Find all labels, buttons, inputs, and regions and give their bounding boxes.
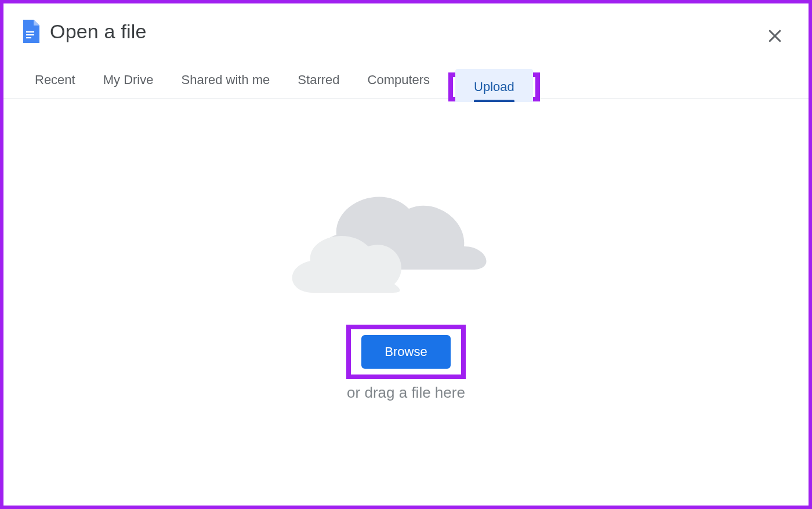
tab-recent[interactable]: Recent: [21, 63, 89, 98]
drag-hint-text: or drag a file here: [347, 384, 465, 402]
annotation-highlight-browse: Browse: [346, 325, 465, 379]
dialog-header: Open a file: [3, 3, 809, 52]
tab-upload[interactable]: Upload: [455, 69, 533, 102]
tab-shared-with-me[interactable]: Shared with me: [168, 63, 284, 98]
annotation-highlight-upload: Upload: [448, 72, 540, 101]
close-button[interactable]: [764, 27, 785, 48]
tab-computers[interactable]: Computers: [354, 63, 444, 98]
tabs-row: Recent My Drive Shared with me Starred C…: [3, 52, 809, 99]
svg-rect-2: [26, 37, 31, 38]
upload-panel: Browse or drag a file here: [3, 99, 809, 402]
browse-button[interactable]: Browse: [361, 335, 450, 369]
svg-rect-1: [26, 34, 34, 35]
svg-rect-0: [26, 31, 34, 32]
docs-icon: [21, 20, 39, 43]
tab-upload-annotation: Upload: [448, 69, 540, 98]
tab-starred[interactable]: Starred: [284, 63, 353, 98]
close-icon: [766, 27, 784, 47]
dialog-title: Open a file: [50, 20, 147, 43]
cloud-illustration: [278, 174, 499, 296]
tab-my-drive[interactable]: My Drive: [89, 63, 168, 98]
dialog-open-file: Open a file Recent My Drive Shared with …: [0, 0, 812, 509]
